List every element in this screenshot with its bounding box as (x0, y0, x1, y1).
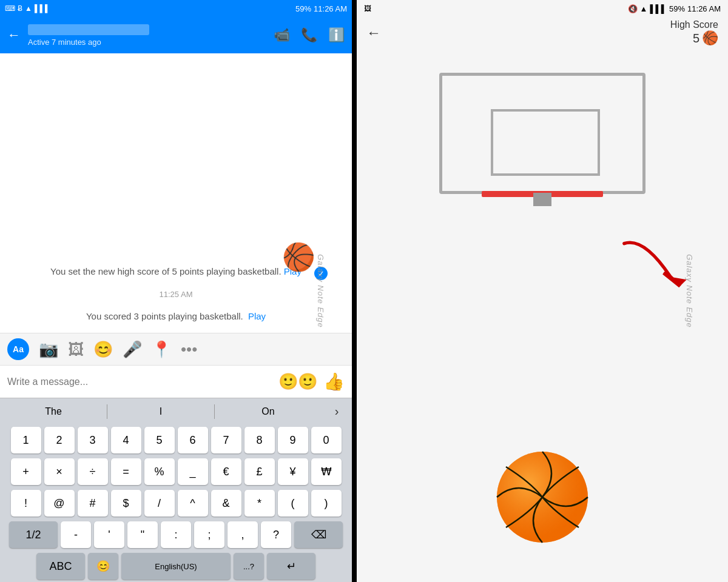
game-back-button[interactable]: ← (366, 24, 381, 41)
key-at[interactable]: @ (44, 490, 75, 517)
key-backspace[interactable]: ⌫ (294, 521, 343, 548)
key-6[interactable]: 6 (178, 427, 208, 453)
camera-button[interactable]: 📷 (39, 340, 58, 359)
watermark-left: Galaxy Note Edge (317, 254, 326, 328)
key-dollar[interactable]: $ (111, 490, 141, 517)
key-4[interactable]: 4 (111, 427, 141, 453)
emoji-button[interactable]: 😊 (93, 340, 113, 359)
more-button[interactable]: ••• (181, 340, 197, 359)
video-call-button[interactable]: 📹 (274, 27, 290, 43)
input-toolbar: Aa 📷 🖼 😊 🎤 📍 ••• (0, 333, 352, 365)
symbols-row-2: ! @ # $ / ^ & * ( ) (0, 487, 352, 519)
messenger-header: ← Active 7 minutes ago 📹 📞 ℹ️ (0, 17, 352, 53)
suggestion-2[interactable]: I (107, 406, 214, 417)
key-quote[interactable]: " (127, 521, 158, 548)
bluetooth-icon: Ƀ (18, 4, 22, 13)
signal-icon-right: ▌▌▌ (650, 4, 667, 13)
right-status-bar: 🖼 🔇 ▲ ▌▌▌ 59% 11:26 AM (357, 0, 728, 17)
key-yen[interactable]: ¥ (278, 458, 308, 485)
contact-info: Active 7 minutes ago (28, 24, 266, 47)
key-equals[interactable]: = (111, 458, 141, 485)
photo-icon: 🖼 (364, 4, 371, 13)
symbols-row-1: + × ÷ = % _ € £ ¥ ₩ (0, 456, 352, 487)
key-underscore[interactable]: _ (178, 458, 208, 485)
high-score-area: High Score 5 🏀 (670, 19, 718, 46)
key-5[interactable]: 5 (144, 427, 175, 453)
phone-divider (352, 0, 357, 582)
key-times[interactable]: × (44, 458, 75, 485)
like-button[interactable]: 👍 (323, 372, 345, 392)
key-hash[interactable]: # (78, 490, 108, 517)
key-percent[interactable]: % (144, 458, 175, 485)
suggestion-1[interactable]: The (0, 406, 107, 417)
key-rparen[interactable]: ) (311, 490, 342, 517)
key-plus[interactable]: + (11, 458, 41, 485)
score-ball-icon: 🏀 (702, 30, 718, 46)
key-2[interactable]: 2 (44, 427, 75, 453)
key-half[interactable]: 1/2 (9, 521, 58, 548)
key-minus[interactable]: - (61, 521, 91, 548)
key-comma[interactable]: , (228, 521, 258, 548)
basketball-message-bubble: 🏀 (282, 241, 315, 273)
key-won[interactable]: ₩ (311, 458, 342, 485)
key-3[interactable]: 3 (78, 427, 108, 453)
key-slash[interactable]: / (144, 490, 175, 517)
info-button[interactable]: ℹ️ (328, 27, 345, 43)
mic-button[interactable]: 🎤 (123, 340, 142, 359)
basketball-hoop (439, 73, 645, 206)
key-question[interactable]: ? (261, 521, 291, 548)
image-button[interactable]: 🖼 (68, 340, 84, 359)
chat-area: You set the new high score of 5 points p… (0, 53, 352, 333)
key-0[interactable]: 0 (311, 427, 342, 453)
game-area (357, 48, 728, 582)
key-enter[interactable]: ↵ (267, 553, 315, 580)
aa-button[interactable]: Aa (7, 338, 29, 360)
key-semi[interactable]: ; (194, 521, 224, 548)
suggestion-arrow[interactable]: › (322, 404, 352, 418)
keyboard: 1 2 3 4 5 6 7 8 9 0 + × ÷ = % _ € £ ¥ ₩ … (0, 424, 352, 582)
location-button[interactable]: 📍 (152, 340, 171, 359)
key-dotdot[interactable]: ...? (234, 553, 264, 580)
key-apos[interactable]: ' (94, 521, 124, 548)
key-9[interactable]: 9 (278, 427, 308, 453)
left-status-right: 59% 11:26 AM (295, 4, 347, 13)
key-lparen[interactable]: ( (278, 490, 308, 517)
key-pound[interactable]: £ (244, 458, 275, 485)
key-exclaim[interactable]: ! (11, 490, 41, 517)
play-link-2[interactable]: Play (248, 311, 266, 321)
key-divide[interactable]: ÷ (78, 458, 108, 485)
inner-square (491, 109, 600, 176)
time-right: 11:26 AM (687, 4, 721, 13)
key-7[interactable]: 7 (211, 427, 241, 453)
key-star[interactable]: * (244, 490, 275, 517)
mute-icon: 🔇 (628, 4, 638, 13)
contact-status: Active 7 minutes ago (28, 38, 266, 47)
key-emoji[interactable]: 😊 (88, 553, 118, 580)
suggestion-3[interactable]: On (215, 406, 322, 417)
basketball-emoji: 🏀 (282, 242, 315, 272)
key-euro[interactable]: € (211, 458, 241, 485)
key-amp[interactable]: & (211, 490, 241, 517)
back-button[interactable]: ← (7, 27, 21, 43)
wifi-icon-right: ▲ (640, 4, 648, 13)
keyboard-suggestions: The I On › (0, 398, 352, 424)
key-space[interactable]: English(US) (121, 553, 231, 580)
high-score-value: 5 🏀 (670, 30, 718, 46)
key-8[interactable]: 8 (244, 427, 275, 453)
high-score-label: High Score (670, 19, 718, 30)
battery-text: 59% (295, 4, 311, 13)
message-input-area: 🙂🙂 👍 (0, 365, 352, 398)
key-abc[interactable]: ABC (36, 553, 85, 580)
timestamp: 11:25 AM (10, 290, 342, 299)
signal-icon: ▌▌▌ (35, 4, 50, 13)
message-2: You scored 3 points playing basketball. … (10, 310, 342, 324)
key-caret[interactable]: ^ (178, 490, 208, 517)
key-colon[interactable]: : (161, 521, 191, 548)
backboard (439, 73, 645, 194)
voice-call-button[interactable]: 📞 (301, 27, 317, 43)
game-basketball (494, 449, 591, 558)
message-input[interactable] (7, 376, 272, 387)
key-1[interactable]: 1 (11, 427, 41, 453)
emoji-sticker-button[interactable]: 🙂🙂 (278, 372, 317, 391)
keyboard-icon: ⌨ (5, 4, 15, 13)
